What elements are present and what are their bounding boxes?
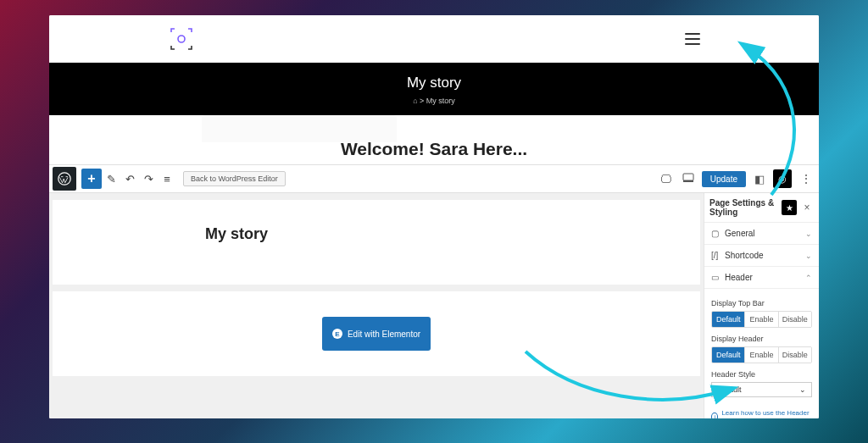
desktop-preview-icon[interactable]: 🖵 (658, 173, 675, 186)
edit-mode-icon[interactable]: ✎ (102, 173, 120, 186)
update-button[interactable]: Update (702, 171, 746, 187)
breadcrumb-current: My story (426, 97, 455, 105)
header-default[interactable]: Default (712, 347, 745, 363)
svg-rect-3 (683, 180, 693, 182)
redo-icon[interactable]: ↷ (139, 173, 158, 186)
more-options-icon[interactable]: ⋮ (797, 172, 815, 186)
content-block-placeholder (202, 115, 397, 142)
breadcrumb: ⌂ > My story (49, 97, 819, 105)
undo-icon[interactable]: ↶ (120, 173, 139, 186)
add-block-button[interactable]: + (81, 169, 102, 189)
hero-title: My story (49, 75, 819, 91)
back-to-wp-button[interactable]: Back to WordPress Editor (183, 171, 286, 186)
header-style-select[interactable]: Default ⌄ (711, 382, 812, 397)
favorite-icon[interactable]: ★ (782, 200, 797, 215)
shortcode-icon: [/] (711, 251, 725, 260)
section-header[interactable]: ▭ Header ⌃ (704, 267, 819, 289)
learn-more-link[interactable]: i Learn how to use the Header settings (704, 404, 819, 418)
top-bar-disable[interactable]: Disable (779, 312, 811, 327)
elementor-icon: E (332, 329, 342, 339)
site-header (49, 15, 819, 63)
editor-toolbar: + ✎ ↶ ↷ ≡ Back to WordPress Editor 🖵 Upd… (49, 164, 819, 193)
sidebar-title: Page Settings & Styling (709, 198, 782, 217)
details-icon[interactable]: ≡ (158, 173, 176, 186)
chevron-up-icon: ⌃ (805, 274, 812, 282)
tutorial-screenshot: My story ⌂ > My story Welcome! Sara Here… (49, 15, 819, 418)
svg-point-0 (178, 36, 185, 42)
preview-icon[interactable] (680, 173, 697, 186)
header-style-label: Header Style (711, 370, 812, 379)
editor-canvas[interactable]: My story E Edit with Elementor (49, 193, 704, 418)
header-style-value: Default (717, 385, 742, 394)
display-header-group: Default Enable Disable (711, 346, 812, 363)
display-top-bar-label: Display Top Bar (711, 299, 812, 307)
breadcrumb-sep: > (420, 97, 424, 105)
header-disable[interactable]: Disable (779, 347, 811, 363)
theme-settings-icon[interactable]: ◎ (773, 169, 792, 188)
settings-sidebar: Page Settings & Styling ★ × ▢ General ⌄ … (704, 193, 819, 418)
welcome-section: Welcome! Sara Here... (49, 115, 819, 164)
display-header-label: Display Header (711, 335, 812, 343)
page-title[interactable]: My story (205, 225, 700, 243)
close-sidebar-icon[interactable]: × (800, 202, 814, 213)
general-icon: ▢ (711, 229, 725, 238)
chevron-down-icon: ⌄ (805, 230, 812, 238)
header-section-icon: ▭ (711, 273, 725, 282)
section-shortcode[interactable]: [/] Shortcode ⌄ (704, 245, 819, 267)
page-hero: My story ⌂ > My story (49, 63, 819, 115)
info-icon: i (711, 413, 718, 418)
hamburger-menu-icon[interactable] (685, 33, 700, 45)
wordpress-logo-icon[interactable] (53, 167, 76, 191)
section-general[interactable]: ▢ General ⌄ (704, 223, 819, 245)
top-bar-enable[interactable]: Enable (745, 312, 778, 327)
top-bar-default[interactable]: Default (712, 312, 745, 327)
edit-button-label: Edit with Elementor (348, 329, 420, 339)
header-section-body: Display Top Bar Default Enable Disable D… (704, 289, 819, 404)
wordpress-editor: + ✎ ↶ ↷ ≡ Back to WordPress Editor 🖵 Upd… (49, 164, 819, 418)
sidebar-toggle-icon[interactable]: ◧ (751, 173, 768, 186)
edit-with-elementor-button[interactable]: E Edit with Elementor (322, 317, 431, 351)
svg-rect-2 (683, 174, 693, 180)
site-logo[interactable] (168, 25, 195, 53)
header-enable[interactable]: Enable (745, 347, 778, 363)
chevron-down-icon: ⌄ (805, 252, 812, 260)
display-top-bar-group: Default Enable Disable (711, 311, 812, 328)
frontend-preview: My story ⌂ > My story Welcome! Sara Here… (49, 15, 819, 164)
home-icon[interactable]: ⌂ (413, 97, 417, 105)
chevron-down-icon: ⌄ (799, 385, 806, 394)
